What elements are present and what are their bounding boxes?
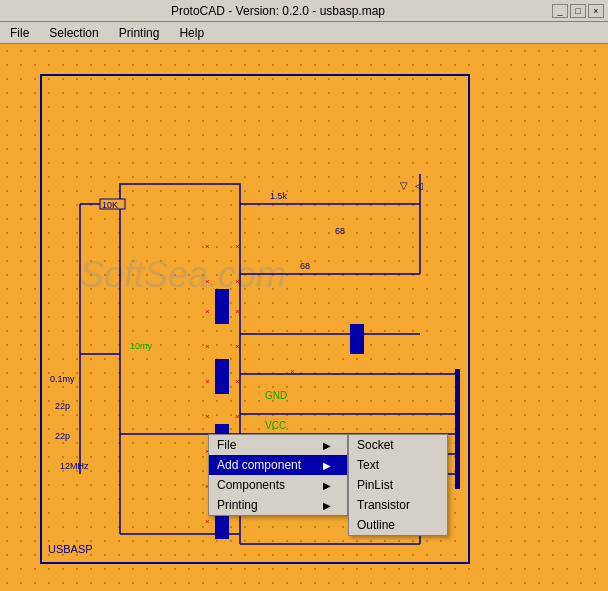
svg-text:10my: 10my	[130, 341, 153, 351]
svg-rect-26	[215, 359, 229, 394]
menu-selection[interactable]: Selection	[43, 24, 104, 42]
svg-text:×: ×	[205, 277, 210, 286]
window-title: ProtoCAD - Version: 0.2.0 - usbasp.map	[4, 4, 552, 18]
svg-text:×: ×	[235, 242, 240, 251]
svg-text:×: ×	[235, 377, 240, 386]
submenu-transistor[interactable]: Transistor	[349, 495, 447, 515]
add-component-submenu-arrow: ▶	[323, 460, 331, 471]
svg-text:×: ×	[235, 307, 240, 316]
submenu-outline[interactable]: Outline	[349, 515, 447, 535]
menu-printing[interactable]: Printing	[113, 24, 166, 42]
svg-rect-29	[350, 324, 364, 354]
close-button[interactable]: ×	[588, 4, 604, 18]
svg-text:×: ×	[290, 367, 295, 376]
svg-text:68: 68	[300, 261, 310, 271]
menu-help[interactable]: Help	[173, 24, 210, 42]
maximize-button[interactable]: □	[570, 4, 586, 18]
minimize-button[interactable]: _	[552, 4, 568, 18]
ctx-menu-add-component[interactable]: Add component ▶	[209, 455, 347, 475]
submenu-pinlist[interactable]: PinList	[349, 475, 447, 495]
svg-text:×: ×	[205, 242, 210, 251]
title-bar: ProtoCAD - Version: 0.2.0 - usbasp.map _…	[0, 0, 608, 22]
ctx-menu-components[interactable]: Components ▶	[209, 475, 347, 495]
svg-text:VCC: VCC	[265, 420, 286, 431]
canvas-area: SoftSea.com 10K 1.5k 68 68 10my 0.1my	[0, 44, 608, 591]
menu-file[interactable]: File	[4, 24, 35, 42]
printing-submenu-arrow: ▶	[323, 500, 331, 511]
context-menu: File ▶ Add component ▶ Components ▶ Prin…	[208, 434, 348, 516]
window-controls[interactable]: _ □ ×	[552, 4, 604, 18]
submenu-socket[interactable]: Socket	[349, 435, 447, 455]
menu-bar: File Selection Printing Help	[0, 22, 608, 44]
svg-rect-56	[455, 369, 460, 489]
svg-text:12MHz: 12MHz	[60, 461, 89, 471]
svg-rect-25	[215, 289, 229, 324]
add-component-submenu: Socket Text PinList Transistor Outline	[348, 434, 448, 536]
svg-text:×: ×	[205, 412, 210, 421]
ctx-menu-printing[interactable]: Printing ▶	[209, 495, 347, 515]
svg-text:22p: 22p	[55, 401, 70, 411]
svg-text:▽: ▽	[400, 180, 408, 191]
svg-text:22p: 22p	[55, 431, 70, 441]
svg-text:×: ×	[235, 342, 240, 351]
submenu-text[interactable]: Text	[349, 455, 447, 475]
svg-text:×: ×	[205, 377, 210, 386]
svg-text:×: ×	[235, 277, 240, 286]
svg-text:×: ×	[205, 342, 210, 351]
svg-text:×: ×	[205, 307, 210, 316]
svg-text:◁: ◁	[415, 180, 423, 191]
svg-text:GND: GND	[265, 390, 287, 401]
ctx-menu-file[interactable]: File ▶	[209, 435, 347, 455]
svg-text:×: ×	[235, 412, 240, 421]
usbasp-label: USBASP	[48, 543, 93, 555]
file-submenu-arrow: ▶	[323, 440, 331, 451]
svg-text:0.1my: 0.1my	[50, 374, 75, 384]
svg-text:1.5k: 1.5k	[270, 191, 288, 201]
svg-text:68: 68	[335, 226, 345, 236]
svg-text:×: ×	[205, 517, 210, 526]
components-submenu-arrow: ▶	[323, 480, 331, 491]
svg-text:10K: 10K	[102, 200, 118, 210]
